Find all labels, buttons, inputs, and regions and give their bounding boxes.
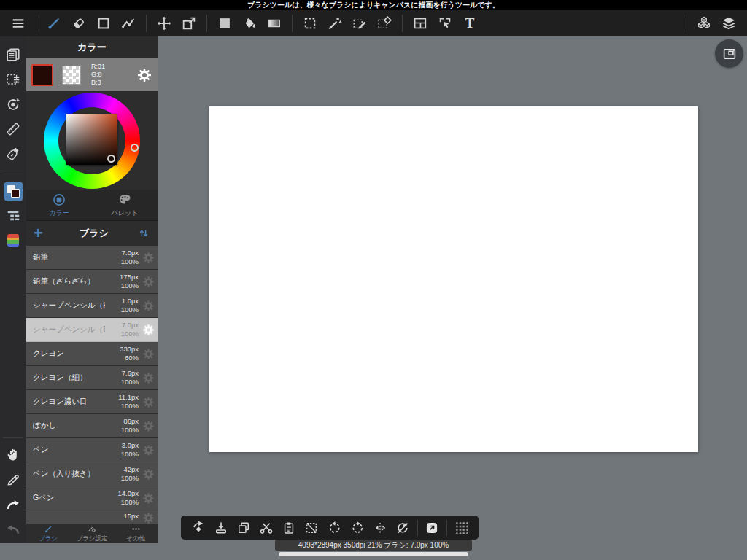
select-pen-tool-button[interactable] — [349, 12, 371, 34]
transparent-color-swatch[interactable] — [62, 66, 81, 85]
ruler-button[interactable] — [2, 118, 24, 140]
material-cubes-icon — [696, 15, 712, 31]
brush-panel-header: + ブラシ — [26, 221, 158, 246]
select-eraser-tool-button[interactable] — [374, 12, 395, 34]
brush-gear-icon[interactable] — [142, 348, 155, 360]
magic-wand-tool-button[interactable] — [324, 12, 346, 34]
tab-brush[interactable]: ブラシ — [26, 524, 70, 543]
transform-icon — [181, 15, 197, 31]
shape-brush-tool-button[interactable] — [93, 12, 115, 34]
brush-gear-icon[interactable] — [142, 324, 155, 336]
brush-gear-icon[interactable] — [142, 420, 155, 432]
brush-name: ペン — [33, 445, 105, 455]
brush-tool-button[interactable] — [43, 12, 65, 34]
rotate-reset-button[interactable] — [2, 93, 24, 115]
brush-gear-icon[interactable] — [142, 372, 155, 384]
color-panel-button[interactable] — [2, 180, 24, 202]
pages-button[interactable] — [2, 44, 24, 66]
brush-list-item[interactable]: クレヨン 333px60% — [26, 342, 158, 366]
reset-view-button[interactable] — [392, 516, 414, 540]
tab-brush-settings[interactable]: ブラシ設定 — [70, 524, 114, 543]
brush-name: Gペン — [33, 493, 105, 503]
select-rect-tool-button[interactable] — [299, 12, 321, 34]
brush-list-item[interactable]: ペン（入り抜き） 42px100% — [26, 462, 158, 486]
home-indicator[interactable] — [279, 552, 468, 556]
redo-button[interactable] — [2, 494, 24, 516]
eraser-icon — [71, 15, 87, 31]
bucket-tool-button[interactable] — [239, 12, 260, 34]
quick-access-button[interactable] — [421, 516, 444, 540]
gradient-icon — [266, 15, 282, 31]
sv-cursor[interactable] — [107, 155, 115, 163]
brush-list-item[interactable]: Gペン 14.0px100% — [26, 486, 158, 510]
brush-size: 15px — [123, 512, 139, 521]
shape-fill-tool-button[interactable] — [214, 12, 236, 34]
snap-button[interactable] — [2, 143, 24, 165]
selection-menu-button[interactable] — [2, 69, 24, 90]
brush-list-item-selected[interactable]: シャープペンシル（B） 7.0px100% — [26, 318, 158, 342]
rotate-ccw-button[interactable] — [323, 516, 346, 540]
panel-divide-tool-button[interactable] — [409, 12, 431, 34]
add-brush-button[interactable]: + — [34, 224, 51, 243]
rotate-cw-button[interactable] — [346, 516, 368, 540]
polyline-brush-tool-button[interactable] — [117, 12, 139, 34]
palette-button[interactable] — [2, 230, 24, 252]
text-tool-button[interactable]: T — [459, 12, 481, 34]
pen-only-mode-button[interactable] — [2, 469, 24, 491]
brush-list-item[interactable]: ペン 3.0px100% — [26, 438, 158, 462]
cut-button[interactable] — [255, 516, 278, 540]
paste-button[interactable] — [278, 516, 301, 540]
brush-gear-icon[interactable] — [142, 300, 155, 312]
rgb-readout: R:31 G:8 B:3 — [91, 63, 105, 87]
brush-list-item[interactable]: ぼかし 86px100% — [26, 414, 158, 438]
hand-tool-button[interactable] — [2, 444, 24, 466]
canvas[interactable] — [209, 106, 698, 452]
material-button[interactable] — [693, 12, 715, 34]
edit-list-button[interactable] — [2, 205, 24, 227]
color-settings-gear-icon[interactable] — [136, 67, 152, 83]
gradient-tool-button[interactable] — [263, 12, 285, 34]
hue-cursor[interactable] — [131, 144, 139, 152]
color-palette-tabs: カラー パレット — [26, 190, 158, 221]
tab-palette[interactable]: パレット — [92, 190, 158, 220]
copy-button[interactable] — [232, 516, 255, 540]
brush-name: ぼかし — [33, 421, 105, 431]
brush-gear-icon[interactable] — [142, 444, 155, 456]
object-select-tool-button[interactable] — [434, 12, 456, 34]
brush-gear-icon[interactable] — [142, 468, 155, 481]
transform-selection-button[interactable] — [187, 516, 209, 540]
brush-gear-icon[interactable] — [142, 252, 155, 264]
menu-button[interactable] — [7, 12, 29, 34]
drag-handle-button[interactable] — [450, 516, 473, 540]
deselect-button[interactable] — [301, 516, 323, 540]
eraser-tool-button[interactable] — [68, 12, 90, 34]
hamburger-icon — [10, 15, 26, 31]
brush-gear-icon[interactable] — [142, 276, 155, 288]
brush-list-item[interactable]: 15px — [26, 510, 158, 524]
flip-horizontal-button[interactable] — [368, 516, 391, 540]
brush-list-item[interactable]: 鉛筆（ざらざら） 175px100% — [26, 270, 158, 294]
brush-gear-icon[interactable] — [142, 512, 155, 524]
brush-list-item[interactable]: 鉛筆 7.0px100% — [26, 246, 158, 270]
tab-color[interactable]: カラー — [26, 190, 92, 220]
panel-toggle-button[interactable] — [715, 39, 743, 68]
tooltip-bar: ブラシツールは、様々なブラシによりキャンバスに描画を行うツールです。 — [0, 0, 747, 10]
brush-list-item[interactable]: クレヨン（細） 7.6px100% — [26, 366, 158, 390]
flashlight-icon — [5, 146, 21, 162]
transform-tool-button[interactable] — [178, 12, 200, 34]
rail-separator — [3, 174, 23, 174]
brush-list-item[interactable]: シャープペンシル（HB） 1.0px100% — [26, 294, 158, 318]
foreground-color-swatch[interactable] — [31, 64, 53, 86]
save-import-button[interactable] — [209, 516, 232, 540]
layers-button[interactable] — [718, 12, 740, 34]
undo-button[interactable] — [2, 518, 24, 540]
brush-list-item[interactable]: クレヨン濃い目 11.1px100% — [26, 390, 158, 414]
sort-brushes-icon[interactable] — [137, 227, 150, 240]
brush-gear-icon[interactable] — [142, 396, 155, 408]
move-tool-button[interactable] — [153, 12, 175, 34]
brush-size: 86px — [123, 417, 139, 426]
tab-other[interactable]: その他 — [114, 524, 158, 543]
rotate-icon — [5, 96, 21, 112]
toolbar-separator — [292, 15, 293, 32]
brush-gear-icon[interactable] — [142, 492, 155, 505]
